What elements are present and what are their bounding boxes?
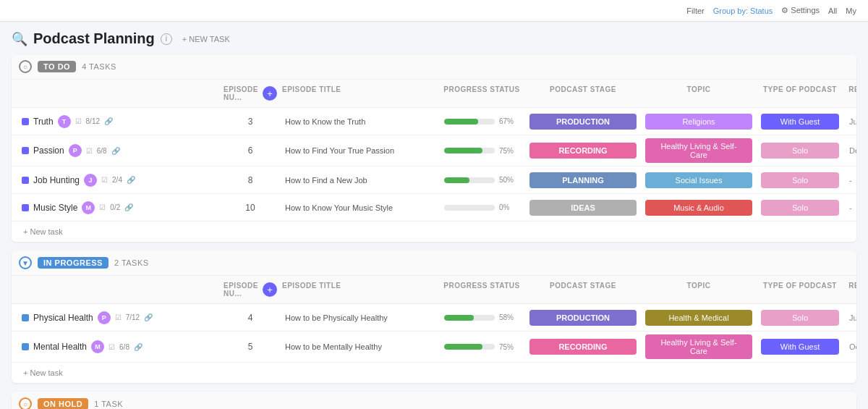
add-task-row[interactable]: + New task <box>12 222 856 242</box>
progress-cell: 50% <box>438 173 525 187</box>
topic-cell[interactable]: Healthy Living & Self-Care <box>641 135 757 166</box>
podcast-stage-cell[interactable]: RECORDING <box>525 336 641 358</box>
all-toggle[interactable]: All <box>828 7 837 15</box>
col-header-5: TOPIC <box>641 83 757 104</box>
podcast-stage-cell[interactable]: PRODUCTION <box>525 111 641 132</box>
episode-number-cell: 8 <box>221 172 279 188</box>
type-cell[interactable]: With Guest <box>757 111 843 132</box>
task-subtask-count: 8/12 <box>86 117 100 125</box>
task-color-dot <box>22 314 29 321</box>
task-name-label: Passion <box>33 146 64 156</box>
col-header-6: TYPE OF PODCAST <box>757 83 843 104</box>
add-task-row[interactable]: + New task <box>12 363 856 383</box>
avatar: P <box>98 311 111 324</box>
progress-label: 75% <box>499 147 514 155</box>
topic-cell[interactable]: Social Issues <box>641 169 757 191</box>
topic-cell[interactable]: Music & Audio <box>641 197 757 219</box>
group-toggle-onhold[interactable]: ○ <box>19 397 32 409</box>
group-section-todo: ○TO DO4 TASKSEPISODE NU...+EPISODE TITLE… <box>12 54 856 242</box>
group-header-onhold: ○ON HOLD1 TASK <box>12 392 856 409</box>
settings-btn[interactable]: ⚙ Settings <box>781 6 820 15</box>
progress-cell: 67% <box>438 114 525 128</box>
progress-label: 58% <box>499 313 514 321</box>
task-name-label: Truth <box>33 117 54 127</box>
col-header-4: PODCAST STAGE <box>525 83 641 104</box>
progress-cell: 75% <box>438 340 525 354</box>
type-cell[interactable]: Solo <box>757 169 843 191</box>
table-row[interactable]: Job HuntingJ☑2/4🔗8How to Find a New Job5… <box>12 166 856 194</box>
topic-badge: Healthy Living & Self-Care <box>645 334 752 359</box>
recording-date-cell: - <box>843 201 856 215</box>
new-task-button[interactable]: + NEW TASK <box>178 33 234 45</box>
progress-label: 50% <box>499 176 514 184</box>
episode-title-cell: How to Know Your Music Style <box>279 201 438 215</box>
avatar: M <box>91 340 104 353</box>
progress-label: 67% <box>499 117 514 125</box>
col-header-7: RECORDING <box>843 83 856 104</box>
group-toggle-inprogress[interactable]: ▼ <box>19 256 32 269</box>
my-toggle[interactable]: My <box>846 7 856 15</box>
type-cell[interactable]: Solo <box>757 197 843 219</box>
checkbox-icon: ☑ <box>86 147 93 155</box>
col-headers-inprogress: EPISODE NU...+EPISODE TITLEPROGRESS STAT… <box>12 276 856 304</box>
recording-date-cell: Jul 6 <box>843 311 856 325</box>
type-cell[interactable]: With Guest <box>757 336 843 358</box>
topic-cell[interactable]: Healthy Living & Self-Care <box>641 332 757 362</box>
type-badge: With Guest <box>761 114 839 130</box>
topic-cell[interactable]: Religions <box>641 111 757 132</box>
podcast-stage-cell[interactable]: PRODUCTION <box>525 307 641 329</box>
add-episode-btn-inprogress[interactable]: + <box>263 282 277 297</box>
podcast-stage-cell[interactable]: RECORDING <box>525 140 641 161</box>
avatar: M <box>82 201 95 214</box>
group-by-btn[interactable]: Group by: Status <box>713 7 773 15</box>
add-episode-btn-todo[interactable]: + <box>263 86 277 101</box>
group-count-todo: 4 TASKS <box>82 62 116 71</box>
table-row[interactable]: Mental HealthM☑6/8🔗5How to be Mentally H… <box>12 332 856 363</box>
task-color-dot <box>22 343 29 350</box>
type-badge: With Guest <box>761 339 839 355</box>
type-cell[interactable]: Solo <box>757 140 843 161</box>
podcast-stage-cell[interactable]: PLANNING <box>525 169 641 191</box>
task-subtask-count: 2/4 <box>112 176 122 184</box>
task-color-dot <box>22 204 29 211</box>
group-label-onhold: ON HOLD <box>38 398 88 409</box>
topic-cell[interactable]: Health & Medical <box>641 307 757 329</box>
progress-bar <box>444 119 495 125</box>
link-icon: 🔗 <box>124 203 133 211</box>
col-header-4: PODCAST STAGE <box>525 279 641 300</box>
group-count-onhold: 1 TASK <box>94 400 123 408</box>
filter-btn[interactable]: Filter <box>686 7 704 15</box>
table-row[interactable]: TruthT☑8/12🔗3How to Know the Truth67%PRO… <box>12 108 856 135</box>
link-icon: 🔗 <box>134 343 142 351</box>
info-icon[interactable]: i <box>161 33 172 45</box>
col-header-3: PROGRESS STATUS <box>438 83 525 104</box>
recording-date-cell: Oct 18 <box>843 340 856 354</box>
podcast-stage-cell[interactable]: IDEAS <box>525 197 641 219</box>
type-badge: Solo <box>761 310 839 326</box>
link-icon: 🔗 <box>144 313 153 321</box>
group-toggle-todo[interactable]: ○ <box>19 60 32 73</box>
group-section-onhold: ○ON HOLD1 TASKEPISODE NU...+EPISODE TITL… <box>12 392 856 409</box>
progress-cell: 75% <box>438 144 525 158</box>
stage-badge: RECORDING <box>529 339 637 355</box>
stage-badge: PLANNING <box>529 172 637 188</box>
type-cell[interactable]: Solo <box>757 307 843 329</box>
link-icon: 🔗 <box>104 117 113 125</box>
col-headers-todo: EPISODE NU...+EPISODE TITLEPROGRESS STAT… <box>12 80 856 108</box>
col-header-5: TOPIC <box>641 279 757 300</box>
task-name-cell: Mental HealthM☑6/8🔗 <box>19 336 221 358</box>
link-icon: 🔗 <box>111 147 120 155</box>
type-badge: Solo <box>761 143 839 159</box>
topic-badge: Religions <box>645 114 752 130</box>
group-label-todo: TO DO <box>38 61 76 72</box>
col-header-0 <box>19 83 221 104</box>
table-row[interactable]: Music StyleM☑0/2🔗10How to Know Your Musi… <box>12 194 856 222</box>
table-row[interactable]: Physical HealthP☑7/12🔗4How to be Physica… <box>12 304 856 332</box>
group-header-todo: ○TO DO4 TASKS <box>12 54 856 80</box>
table-row[interactable]: PassionP☑6/8🔗6How to Find Your True Pass… <box>12 135 856 166</box>
stage-badge: RECORDING <box>529 143 637 159</box>
recording-date-cell: Dec 27 <box>843 143 856 158</box>
episode-number-cell: 6 <box>221 143 279 159</box>
task-color-dot <box>22 177 29 184</box>
progress-bar-fill <box>444 119 478 125</box>
